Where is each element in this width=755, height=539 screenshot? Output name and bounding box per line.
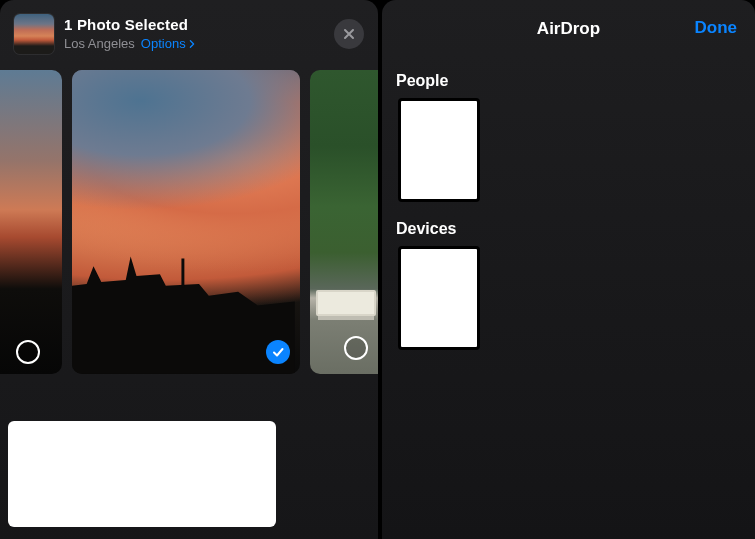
selection-indicator-selected[interactable] [266,340,290,364]
photo-foreground [72,237,295,374]
selection-indicator-unselected[interactable] [344,336,368,360]
airdrop-people-section: People [382,58,755,206]
airdrop-header: AirDrop Done [382,0,755,58]
header-title-block: 1 Photo Selected Los Angeles Options [64,16,334,52]
location-label: Los Angeles [64,36,135,52]
photo-item[interactable] [310,70,378,374]
selection-indicator-unselected[interactable] [16,340,40,364]
airdrop-people-target[interactable] [398,98,480,202]
airdrop-pane: AirDrop Done People Devices [382,0,755,539]
options-button[interactable]: Options [141,36,196,52]
done-button[interactable]: Done [695,18,738,38]
share-sheet-pane: 1 Photo Selected Los Angeles Options [0,0,378,539]
devices-section-label: Devices [396,220,743,238]
svg-rect-0 [181,259,184,288]
people-section-label: People [396,72,743,90]
checkmark-icon [271,345,285,359]
airdrop-title: AirDrop [537,19,600,39]
photo-item[interactable] [72,70,300,374]
share-airdrop-screen: 1 Photo Selected Los Angeles Options [0,0,755,539]
photo-selection-strip[interactable] [0,64,378,380]
subtitle-row: Los Angeles Options [64,36,334,52]
selection-count-label: 1 Photo Selected [64,16,334,34]
share-sheet-header: 1 Photo Selected Los Angeles Options [0,0,378,64]
close-icon [342,27,356,41]
options-label: Options [141,36,186,52]
share-targets-row[interactable] [8,421,276,527]
close-button[interactable] [334,19,364,49]
selected-photo-thumbnail[interactable] [14,14,54,54]
airdrop-devices-section: Devices [382,206,755,354]
chevron-right-icon [188,40,196,48]
photo-item[interactable] [0,70,62,374]
airdrop-device-target[interactable] [398,246,480,350]
